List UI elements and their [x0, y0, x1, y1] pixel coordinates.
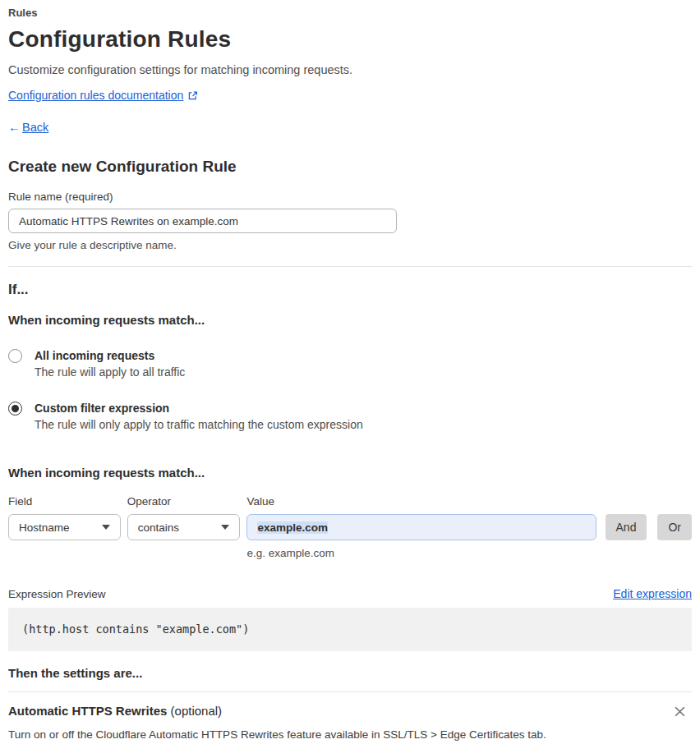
back-link[interactable]: ← Back — [8, 120, 48, 135]
edit-expression-link[interactable]: Edit expression — [613, 587, 692, 601]
operator-select-value: contains — [138, 521, 179, 534]
then-settings-heading: Then the settings are... — [8, 665, 692, 681]
radio-option-all-requests[interactable]: All incoming requests The rule will appl… — [8, 348, 692, 380]
and-button[interactable]: And — [606, 514, 647, 540]
expression-builder-heading: When incoming requests match... — [8, 465, 692, 480]
value-label: Value — [246, 494, 596, 508]
page-title: Configuration Rules — [8, 25, 692, 53]
documentation-link-label[interactable]: Configuration rules documentation — [8, 88, 183, 103]
value-input-text: example.com — [257, 521, 328, 534]
page-subtitle: Customize configuration settings for mat… — [8, 62, 692, 77]
if-heading: If... — [8, 281, 692, 299]
or-button[interactable]: Or — [657, 514, 692, 540]
expression-preview-code: (http.host contains "example.com") — [8, 608, 692, 651]
operator-select[interactable]: contains — [127, 514, 241, 540]
value-hint: e.g. example.com — [246, 546, 596, 560]
match-type-heading: When incoming requests match... — [8, 312, 692, 328]
setting-title-suffix: (optional) — [167, 704, 222, 718]
close-icon[interactable] — [671, 703, 688, 720]
rule-name-label: Rule name (required) — [8, 190, 692, 204]
breadcrumb[interactable]: Rules — [8, 7, 692, 20]
radio-unchecked-icon[interactable] — [8, 349, 22, 363]
external-link-icon — [187, 90, 198, 101]
chevron-down-icon — [102, 525, 110, 530]
radio-option-custom-filter[interactable]: Custom filter expression The rule will o… — [8, 401, 692, 433]
back-arrow-icon: ← — [8, 120, 21, 135]
setting-card-title: Automatic HTTPS Rewrites (optional) — [8, 703, 222, 719]
radio-checked-icon[interactable] — [8, 402, 22, 416]
radio-option-description: The rule will only apply to traffic matc… — [35, 417, 363, 433]
radio-option-label: Custom filter expression — [35, 401, 363, 416]
documentation-link[interactable]: Configuration rules documentation — [8, 88, 198, 103]
operator-label: Operator — [127, 494, 241, 508]
value-input[interactable]: example.com — [246, 514, 596, 540]
create-rule-heading: Create new Configuration Rule — [8, 157, 692, 176]
radio-option-description: The rule will apply to all traffic — [35, 365, 185, 380]
rule-name-input[interactable] — [8, 209, 397, 233]
setting-card-description: Turn on or off the Cloudflare Automatic … — [8, 728, 692, 742]
rule-name-help: Give your rule a descriptive name. — [8, 238, 692, 252]
field-label: Field — [8, 494, 121, 508]
setting-card-automatic-https-rewrites: Automatic HTTPS Rewrites (optional) Turn… — [8, 691, 692, 744]
back-link-label[interactable]: Back — [22, 120, 48, 135]
radio-option-label: All incoming requests — [35, 348, 185, 364]
expression-preview-label: Expression Preview — [8, 587, 106, 601]
field-select-value: Hostname — [19, 521, 70, 534]
chevron-down-icon — [221, 525, 229, 530]
expression-builder-row: Field Hostname Operator contains Value e… — [8, 494, 692, 560]
section-divider — [8, 266, 692, 267]
field-select[interactable]: Hostname — [8, 514, 121, 540]
setting-title-text: Automatic HTTPS Rewrites — [8, 704, 167, 718]
